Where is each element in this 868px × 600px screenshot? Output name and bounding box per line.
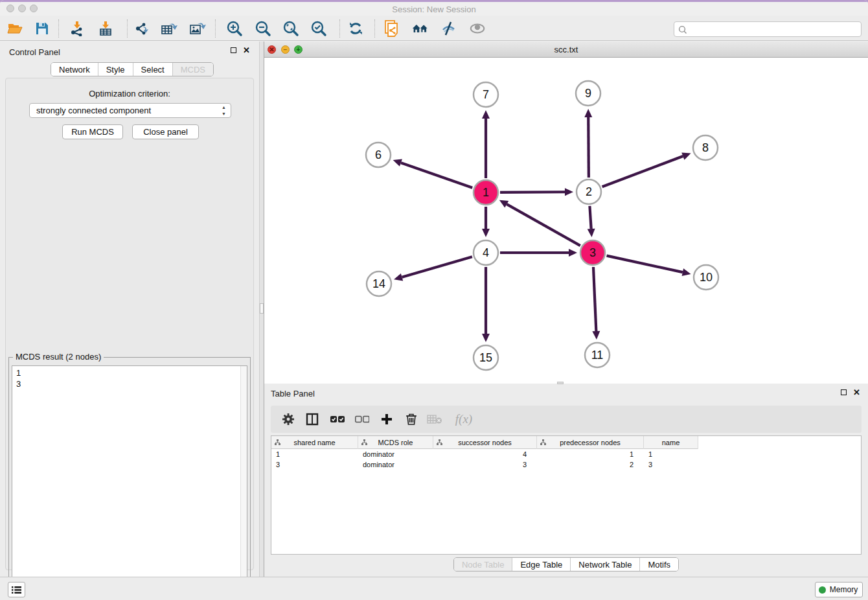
cell-name[interactable]: 1: [644, 449, 698, 459]
edge-1-6[interactable]: [401, 163, 472, 188]
float-panel-icon[interactable]: [231, 47, 236, 53]
column-header-name[interactable]: name: [644, 436, 698, 449]
cell-name[interactable]: 3: [644, 459, 698, 470]
network-window-title: scc.txt: [264, 45, 868, 54]
table-row[interactable]: 3dominator323: [271, 459, 698, 470]
node-label-15: 15: [479, 351, 492, 364]
zoom-out-icon[interactable]: [255, 20, 271, 37]
toolbar-separator: [339, 19, 340, 38]
column-header-predecessor-nodes[interactable]: predecessor nodes: [537, 436, 644, 449]
function-builder-icon: f(x): [451, 411, 477, 428]
network-graph[interactable]: 7968124314101511: [264, 58, 868, 384]
network-window: ✕ − + scc.txt 7968124314101511: [264, 41, 868, 384]
cell-successor-nodes[interactable]: 4: [433, 449, 537, 459]
gear-icon[interactable]: [280, 411, 297, 428]
table-toolbar: f(x): [271, 406, 862, 433]
result-line: 3: [16, 378, 247, 389]
duplicate-network-icon[interactable]: [383, 20, 400, 37]
edge-2-9[interactable]: [588, 117, 589, 178]
delete-column-icon[interactable]: [403, 411, 420, 428]
control-panel-tabs: NetworkStyleSelectMCDS: [51, 62, 214, 76]
canvas-bottom-grip[interactable]: [557, 382, 564, 384]
search-input[interactable]: [690, 23, 858, 36]
tab-edge-table[interactable]: Edge Table: [512, 558, 570, 571]
search-field[interactable]: [674, 21, 862, 37]
table-panel-title: Table Panel: [271, 389, 315, 398]
show-eye-icon[interactable]: [469, 20, 486, 37]
tab-network-table[interactable]: Network Table: [570, 558, 639, 571]
show-panels-button[interactable]: [8, 582, 25, 597]
run-mcds-button[interactable]: Run MCDS: [62, 124, 123, 139]
table-header-row: shared nameMCDS rolesuccessor nodesprede…: [271, 436, 698, 449]
export-network-icon[interactable]: [133, 20, 150, 37]
zoom-fit-icon[interactable]: [282, 20, 299, 37]
open-folder-icon[interactable]: [6, 20, 23, 37]
deselect-all-icon[interactable]: [354, 411, 371, 428]
float-table-panel-icon[interactable]: [841, 389, 847, 395]
close-table-panel-icon[interactable]: ✕: [853, 389, 860, 395]
close-panel-button[interactable]: Close panel: [132, 124, 199, 139]
show-columns-icon[interactable]: [304, 411, 321, 428]
column-header-successor-nodes[interactable]: successor nodes: [433, 436, 537, 449]
result-scrollbar[interactable]: [240, 366, 247, 598]
add-column-icon[interactable]: [378, 411, 395, 428]
control-panel: Control Panel ✕ NetworkStyleSelectMCDS O…: [0, 41, 259, 577]
node-label-6: 6: [375, 148, 382, 161]
cell-shared-name[interactable]: 3: [271, 459, 358, 470]
memory-button[interactable]: Memory: [815, 582, 863, 597]
memory-status-icon: [819, 586, 826, 594]
edge-3-1[interactable]: [507, 204, 580, 246]
cell-successor-nodes[interactable]: 3: [433, 459, 537, 470]
edge-arrowhead: [588, 229, 595, 237]
tab-network[interactable]: Network: [51, 63, 98, 76]
node-table[interactable]: shared nameMCDS rolesuccessor nodesprede…: [271, 435, 862, 555]
edge-arrowhead: [681, 152, 691, 159]
column-header-shared-name[interactable]: shared name: [271, 436, 358, 449]
edge-1-2[interactable]: [500, 192, 565, 192]
import-table-icon[interactable]: [97, 20, 114, 37]
edge-arrowhead: [592, 331, 600, 340]
edge-4-14[interactable]: [402, 257, 472, 277]
main-toolbar: [0, 16, 868, 41]
splitter-grip[interactable]: [260, 303, 264, 314]
select-all-icon[interactable]: [329, 411, 346, 428]
edge-2-3[interactable]: [589, 206, 591, 229]
tab-mcds[interactable]: MCDS: [172, 63, 213, 76]
home-networks-icon[interactable]: [412, 20, 429, 37]
network-canvas[interactable]: 7968124314101511: [264, 58, 868, 384]
toolbar-separator: [58, 19, 59, 38]
close-panel-icon[interactable]: ✕: [243, 47, 250, 53]
edge-2-8[interactable]: [602, 156, 683, 187]
export-table-icon[interactable]: [161, 20, 177, 37]
tab-motifs[interactable]: Motifs: [639, 558, 678, 571]
optimization-criterion-label: Optimization criterion:: [6, 89, 253, 98]
vertical-splitter[interactable]: [259, 41, 264, 577]
toolbar-separator: [215, 19, 216, 38]
tab-select[interactable]: Select: [133, 63, 172, 76]
mcds-result-list[interactable]: 13: [12, 365, 247, 599]
optimization-criterion-select[interactable]: strongly connected component ▲▼: [29, 103, 231, 118]
cell-predecessor-nodes[interactable]: 2: [537, 459, 644, 470]
tab-style[interactable]: Style: [98, 63, 133, 76]
cell-MCDS-role[interactable]: dominator: [358, 459, 433, 470]
import-network-icon[interactable]: [69, 20, 86, 37]
edge-3-11[interactable]: [593, 267, 596, 331]
hide-graphics-icon[interactable]: [440, 20, 457, 37]
export-image-icon[interactable]: [189, 20, 206, 37]
apply-layout-icon[interactable]: [347, 20, 364, 37]
save-session-icon[interactable]: [34, 20, 51, 37]
node-label-8: 8: [702, 141, 709, 154]
zoom-in-icon[interactable]: [226, 20, 243, 37]
network-window-titlebar[interactable]: ✕ − + scc.txt: [264, 41, 868, 58]
table-panel: Table Panel ✕: [264, 386, 868, 577]
result-line: 1: [16, 367, 247, 378]
table-row[interactable]: 1dominator411: [271, 449, 698, 459]
cell-predecessor-nodes[interactable]: 1: [537, 449, 644, 459]
edge-3-10[interactable]: [606, 256, 682, 272]
cell-MCDS-role[interactable]: dominator: [358, 449, 433, 459]
column-header-MCDS-role[interactable]: MCDS role: [358, 436, 433, 449]
cell-shared-name[interactable]: 1: [271, 449, 358, 459]
tab-node-table[interactable]: Node Table: [454, 558, 512, 571]
zoom-selected-icon[interactable]: [310, 20, 327, 37]
node-label-1: 1: [483, 186, 489, 199]
